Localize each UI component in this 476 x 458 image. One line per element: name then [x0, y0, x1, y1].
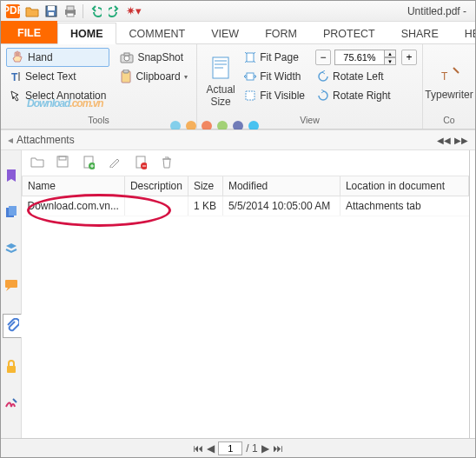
- edit-attachment-icon[interactable]: [109, 156, 124, 171]
- rotate-right-button[interactable]: Rotate Right: [314, 86, 417, 105]
- cell-modified: 5/5/2014 10:05:00 AM: [222, 196, 340, 216]
- svg-rect-22: [7, 366, 16, 373]
- fit-page-label: Fit Page: [260, 51, 299, 63]
- snapshot-button[interactable]: SnapShot: [116, 48, 190, 67]
- typewriter-label: Typewriter: [425, 89, 473, 101]
- group-label-tools: Tools: [6, 115, 191, 127]
- svg-rect-6: [67, 6, 74, 10]
- print-icon[interactable]: [62, 3, 79, 20]
- zoom-control: − ▲ ▼ +: [314, 48, 417, 67]
- chevron-left-icon[interactable]: ◂: [8, 134, 13, 146]
- zoom-out-button[interactable]: −: [315, 50, 331, 65]
- workspace: Name Description Size Modified Location …: [1, 150, 475, 458]
- svg-rect-15: [247, 53, 254, 62]
- document-title: Untitled.pdf -: [407, 5, 472, 17]
- status-bar: ⏮ ◀ / 1 ▶ ⏭: [1, 438, 475, 457]
- comments-icon[interactable]: [3, 277, 19, 293]
- prev-page-icon[interactable]: ◀: [207, 442, 215, 455]
- zoom-input[interactable]: [334, 50, 385, 65]
- pages-icon[interactable]: [3, 204, 19, 220]
- layers-icon[interactable]: [3, 241, 19, 256]
- next-page-icon[interactable]: ▶: [261, 442, 269, 455]
- svg-rect-13: [123, 70, 129, 73]
- svg-rect-7: [67, 13, 74, 17]
- cell-name: Download.com.vn...: [23, 196, 125, 216]
- fit-page-button[interactable]: Fit Page: [241, 48, 308, 67]
- rotate-left-icon: [317, 70, 329, 83]
- attachments-panel: Name Description Size Modified Location …: [22, 150, 470, 458]
- clipboard-button[interactable]: Clipboard ▾: [116, 67, 190, 86]
- fit-page-icon: [244, 51, 256, 63]
- hand-tool-button[interactable]: Hand: [6, 48, 109, 67]
- undo-icon[interactable]: [87, 3, 104, 20]
- first-page-icon[interactable]: ⏮: [193, 442, 203, 455]
- tab-home[interactable]: HOME: [57, 23, 116, 44]
- svg-text:T: T: [11, 71, 18, 83]
- zoom-spin-up[interactable]: ▲: [384, 50, 396, 57]
- col-modified[interactable]: Modified: [222, 176, 340, 196]
- page-total: / 1: [246, 442, 257, 455]
- panel-nav-next[interactable]: ▶▶: [454, 136, 468, 145]
- typewriter-icon: T: [436, 63, 462, 87]
- text-cursor-icon: T: [10, 70, 22, 83]
- pdf-app-icon: PDF: [4, 3, 22, 20]
- svg-rect-11: [124, 53, 129, 56]
- svg-point-10: [124, 56, 129, 61]
- tab-form[interactable]: FORM: [252, 23, 310, 43]
- group-label-co: Co: [428, 115, 470, 127]
- svg-rect-20: [9, 206, 17, 216]
- actual-size-button[interactable]: Actual Size: [202, 48, 239, 115]
- tab-comment[interactable]: COMMENT: [116, 23, 199, 43]
- clipboard-label: Clipboard: [136, 70, 180, 83]
- add-attachment-icon[interactable]: [83, 156, 98, 171]
- open-icon[interactable]: [23, 3, 41, 20]
- zoom-in-button[interactable]: +: [401, 50, 417, 65]
- col-size[interactable]: Size: [188, 176, 222, 196]
- tab-share[interactable]: SHARE: [388, 23, 452, 43]
- attachments-icon[interactable]: [3, 314, 22, 338]
- save-attachment-icon[interactable]: [56, 156, 72, 171]
- rotate-right-icon: [317, 90, 329, 102]
- fit-visible-label: Fit Visible: [260, 90, 305, 102]
- attachment-options-icon[interactable]: [135, 156, 150, 171]
- fit-width-label: Fit Width: [260, 70, 301, 83]
- svg-text:T: T: [441, 70, 448, 83]
- rotate-right-label: Rotate Right: [333, 90, 391, 102]
- redo-icon[interactable]: [106, 3, 123, 20]
- attachments-header: ◂ Attachments ◀◀ ▶▶: [1, 129, 475, 150]
- last-page-icon[interactable]: ⏭: [273, 442, 283, 455]
- save-icon[interactable]: [43, 3, 60, 20]
- col-location[interactable]: Location in document: [340, 176, 468, 196]
- zoom-spin-down[interactable]: ▼: [384, 57, 396, 65]
- svg-rect-21: [5, 280, 17, 288]
- tab-view[interactable]: VIEW: [198, 23, 252, 43]
- security-icon[interactable]: [3, 359, 19, 375]
- fit-visible-icon: [244, 90, 256, 102]
- bookmarks-icon[interactable]: [3, 168, 19, 183]
- col-name[interactable]: Name: [23, 176, 125, 196]
- tab-protect[interactable]: PROTECT: [310, 23, 388, 43]
- fit-visible-button[interactable]: Fit Visible: [241, 86, 308, 105]
- open-attachment-icon[interactable]: [30, 156, 46, 171]
- select-text-button[interactable]: T Select Text: [6, 67, 109, 86]
- rotate-left-button[interactable]: Rotate Left: [314, 67, 417, 86]
- actual-size-label: Actual Size: [204, 83, 237, 108]
- fit-width-icon: [244, 70, 256, 83]
- delete-attachment-icon[interactable]: [161, 156, 176, 171]
- clipboard-icon: [120, 70, 132, 83]
- col-description[interactable]: Description: [124, 176, 188, 196]
- qat-dropdown-icon[interactable]: ✷▾: [125, 3, 142, 20]
- tab-help[interactable]: HELP: [452, 23, 476, 43]
- table-header-row: Name Description Size Modified Location …: [23, 176, 469, 196]
- panel-nav-prev[interactable]: ◀◀: [437, 136, 451, 145]
- typewriter-button[interactable]: T Typewriter: [428, 48, 470, 115]
- svg-rect-4: [49, 12, 54, 16]
- signatures-icon[interactable]: [3, 395, 19, 411]
- cell-description: [124, 196, 188, 216]
- fit-width-button[interactable]: Fit Width: [241, 67, 308, 86]
- select-annotation-button[interactable]: Select Annotation: [6, 86, 109, 105]
- page-number-input[interactable]: [218, 441, 242, 455]
- table-row[interactable]: Download.com.vn... 1 KB 5/5/2014 10:05:0…: [23, 196, 469, 216]
- tab-file[interactable]: FILE: [1, 21, 57, 43]
- side-nav: [1, 150, 22, 458]
